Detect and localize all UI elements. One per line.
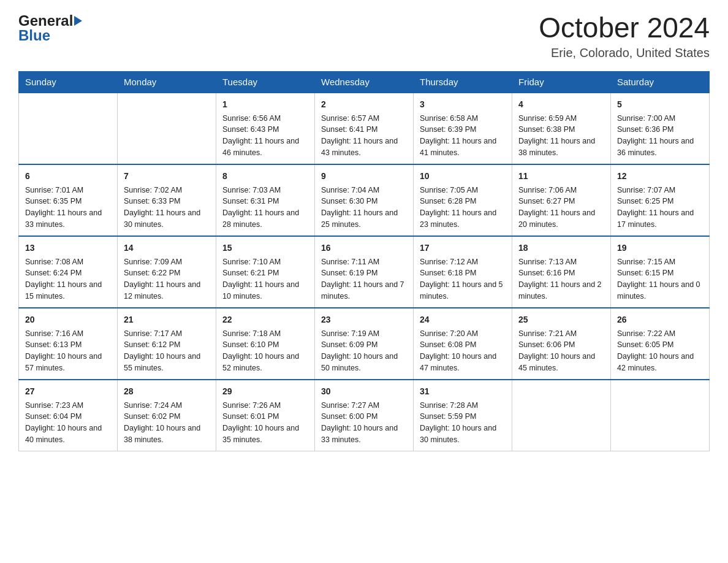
day-info: Sunrise: 7:27 AMSunset: 6:00 PMDaylight:…	[321, 400, 407, 446]
day-number: 13	[25, 242, 111, 255]
month-title: October 2024	[539, 12, 710, 44]
day-number: 3	[420, 98, 506, 111]
day-header-thursday: Thursday	[414, 71, 512, 93]
logo-blue-text: Blue	[18, 27, 50, 44]
calendar-cell: 2Sunrise: 6:57 AMSunset: 6:41 PMDaylight…	[315, 93, 414, 164]
day-info: Sunrise: 7:06 AMSunset: 6:27 PMDaylight:…	[518, 185, 604, 231]
calendar-cell: 15Sunrise: 7:10 AMSunset: 6:21 PMDayligh…	[216, 236, 315, 308]
day-number: 9	[321, 170, 407, 183]
title-area: October 2024 Erie, Colorado, United Stat…	[539, 12, 710, 60]
day-number: 5	[617, 98, 703, 111]
day-number: 17	[420, 242, 506, 255]
day-info: Sunrise: 7:24 AMSunset: 6:02 PMDaylight:…	[124, 400, 210, 446]
day-info: Sunrise: 7:11 AMSunset: 6:19 PMDaylight:…	[321, 256, 407, 302]
day-info: Sunrise: 7:19 AMSunset: 6:09 PMDaylight:…	[321, 328, 407, 374]
day-number: 24	[420, 313, 506, 326]
calendar-cell	[512, 380, 611, 451]
day-info: Sunrise: 7:15 AMSunset: 6:15 PMDaylight:…	[617, 256, 703, 302]
day-number: 18	[518, 242, 604, 255]
day-number: 7	[124, 170, 210, 183]
day-info: Sunrise: 7:07 AMSunset: 6:25 PMDaylight:…	[617, 185, 703, 231]
day-number: 22	[222, 313, 308, 326]
day-info: Sunrise: 7:26 AMSunset: 6:01 PMDaylight:…	[222, 400, 308, 446]
calendar-cell: 5Sunrise: 7:00 AMSunset: 6:36 PMDaylight…	[611, 93, 710, 164]
day-number: 20	[25, 313, 111, 326]
day-info: Sunrise: 6:57 AMSunset: 6:41 PMDaylight:…	[321, 113, 407, 159]
day-number: 4	[518, 98, 604, 111]
calendar-cell: 8Sunrise: 7:03 AMSunset: 6:31 PMDaylight…	[216, 164, 315, 236]
day-header-wednesday: Wednesday	[315, 71, 414, 93]
calendar-cell: 16Sunrise: 7:11 AMSunset: 6:19 PMDayligh…	[315, 236, 414, 308]
calendar-week-row: 1Sunrise: 6:56 AMSunset: 6:43 PMDaylight…	[19, 93, 710, 164]
calendar-cell: 13Sunrise: 7:08 AMSunset: 6:24 PMDayligh…	[19, 236, 118, 308]
day-number: 23	[321, 313, 407, 326]
calendar-cell: 9Sunrise: 7:04 AMSunset: 6:30 PMDaylight…	[315, 164, 414, 236]
calendar-cell: 28Sunrise: 7:24 AMSunset: 6:02 PMDayligh…	[118, 380, 216, 451]
day-info: Sunrise: 6:59 AMSunset: 6:38 PMDaylight:…	[518, 113, 604, 159]
day-number: 16	[321, 242, 407, 255]
day-number: 6	[25, 170, 111, 183]
calendar-cell: 25Sunrise: 7:21 AMSunset: 6:06 PMDayligh…	[512, 308, 611, 380]
day-info: Sunrise: 7:08 AMSunset: 6:24 PMDaylight:…	[25, 256, 111, 302]
calendar-cell: 21Sunrise: 7:17 AMSunset: 6:12 PMDayligh…	[118, 308, 216, 380]
calendar-cell	[19, 93, 118, 164]
day-number: 19	[617, 242, 703, 255]
day-info: Sunrise: 7:09 AMSunset: 6:22 PMDaylight:…	[124, 256, 210, 302]
day-number: 25	[518, 313, 604, 326]
calendar-cell: 24Sunrise: 7:20 AMSunset: 6:08 PMDayligh…	[414, 308, 512, 380]
day-info: Sunrise: 7:21 AMSunset: 6:06 PMDaylight:…	[518, 328, 604, 374]
day-header-saturday: Saturday	[611, 71, 710, 93]
day-header-monday: Monday	[118, 71, 216, 93]
page-header: General Blue October 2024 Erie, Colorado…	[18, 12, 710, 60]
day-info: Sunrise: 7:28 AMSunset: 5:59 PMDaylight:…	[420, 400, 506, 446]
day-number: 30	[321, 385, 407, 398]
day-number: 15	[222, 242, 308, 255]
logo-arrow-icon	[74, 16, 82, 26]
day-number: 28	[124, 385, 210, 398]
logo: General Blue	[18, 12, 82, 44]
day-number: 11	[518, 170, 604, 183]
day-number: 21	[124, 313, 210, 326]
day-number: 27	[25, 385, 111, 398]
calendar-cell: 26Sunrise: 7:22 AMSunset: 6:05 PMDayligh…	[611, 308, 710, 380]
calendar-cell: 6Sunrise: 7:01 AMSunset: 6:35 PMDaylight…	[19, 164, 118, 236]
day-info: Sunrise: 7:22 AMSunset: 6:05 PMDaylight:…	[617, 328, 703, 374]
calendar-header-row: SundayMondayTuesdayWednesdayThursdayFrid…	[19, 71, 710, 93]
day-header-sunday: Sunday	[19, 71, 118, 93]
calendar-cell: 10Sunrise: 7:05 AMSunset: 6:28 PMDayligh…	[414, 164, 512, 236]
day-info: Sunrise: 7:10 AMSunset: 6:21 PMDaylight:…	[222, 256, 308, 302]
day-info: Sunrise: 7:13 AMSunset: 6:16 PMDaylight:…	[518, 256, 604, 302]
calendar-week-row: 27Sunrise: 7:23 AMSunset: 6:04 PMDayligh…	[19, 380, 710, 451]
calendar-cell: 31Sunrise: 7:28 AMSunset: 5:59 PMDayligh…	[414, 380, 512, 451]
day-header-tuesday: Tuesday	[216, 71, 315, 93]
calendar-week-row: 20Sunrise: 7:16 AMSunset: 6:13 PMDayligh…	[19, 308, 710, 380]
day-info: Sunrise: 7:01 AMSunset: 6:35 PMDaylight:…	[25, 185, 111, 231]
day-number: 12	[617, 170, 703, 183]
day-header-friday: Friday	[512, 71, 611, 93]
calendar-cell: 12Sunrise: 7:07 AMSunset: 6:25 PMDayligh…	[611, 164, 710, 236]
day-info: Sunrise: 7:03 AMSunset: 6:31 PMDaylight:…	[222, 185, 308, 231]
day-info: Sunrise: 7:00 AMSunset: 6:36 PMDaylight:…	[617, 113, 703, 159]
calendar-cell: 29Sunrise: 7:26 AMSunset: 6:01 PMDayligh…	[216, 380, 315, 451]
calendar-cell: 11Sunrise: 7:06 AMSunset: 6:27 PMDayligh…	[512, 164, 611, 236]
calendar-cell: 19Sunrise: 7:15 AMSunset: 6:15 PMDayligh…	[611, 236, 710, 308]
day-info: Sunrise: 7:18 AMSunset: 6:10 PMDaylight:…	[222, 328, 308, 374]
calendar-cell	[611, 380, 710, 451]
calendar-cell: 14Sunrise: 7:09 AMSunset: 6:22 PMDayligh…	[118, 236, 216, 308]
day-number: 8	[222, 170, 308, 183]
day-info: Sunrise: 7:16 AMSunset: 6:13 PMDaylight:…	[25, 328, 111, 374]
calendar-cell: 22Sunrise: 7:18 AMSunset: 6:10 PMDayligh…	[216, 308, 315, 380]
day-number: 10	[420, 170, 506, 183]
calendar-cell: 18Sunrise: 7:13 AMSunset: 6:16 PMDayligh…	[512, 236, 611, 308]
calendar-cell: 4Sunrise: 6:59 AMSunset: 6:38 PMDaylight…	[512, 93, 611, 164]
day-number: 2	[321, 98, 407, 111]
calendar-week-row: 6Sunrise: 7:01 AMSunset: 6:35 PMDaylight…	[19, 164, 710, 236]
day-number: 29	[222, 385, 308, 398]
day-info: Sunrise: 6:56 AMSunset: 6:43 PMDaylight:…	[222, 113, 308, 159]
calendar-cell: 3Sunrise: 6:58 AMSunset: 6:39 PMDaylight…	[414, 93, 512, 164]
location-title: Erie, Colorado, United States	[539, 46, 710, 60]
day-number: 14	[124, 242, 210, 255]
calendar-cell: 7Sunrise: 7:02 AMSunset: 6:33 PMDaylight…	[118, 164, 216, 236]
calendar-week-row: 13Sunrise: 7:08 AMSunset: 6:24 PMDayligh…	[19, 236, 710, 308]
day-number: 26	[617, 313, 703, 326]
